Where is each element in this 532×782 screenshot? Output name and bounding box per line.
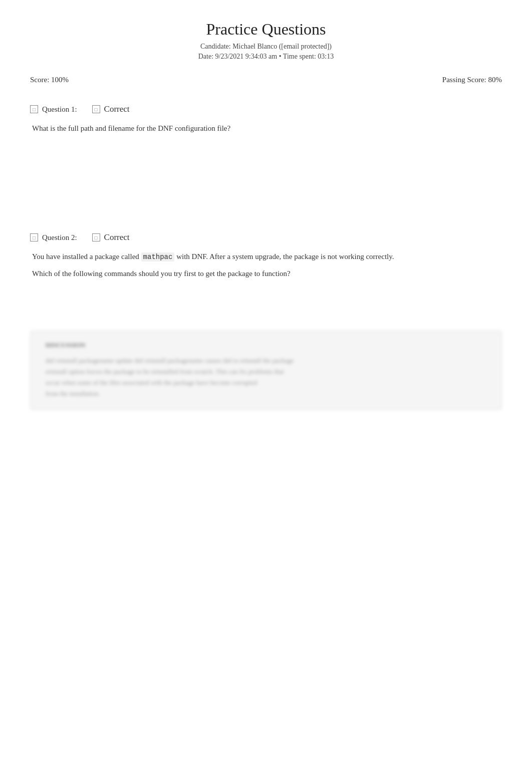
question-2-correct-icon: □ [92,233,100,241]
question-2-status: Correct [104,232,130,242]
question-1-header: □ Question 1: □ Correct [30,104,502,114]
blurred-line4: from the installation. [46,388,486,399]
question-2-header: □ Question 2: □ Correct [30,232,502,242]
page-title: Practice Questions [30,20,502,39]
question-1-correct-icon: □ [92,105,100,113]
candidate-info: Candidate: Michael Blanco ([email protec… [30,43,502,51]
q2-text-part1: You have installed a package called [32,252,139,260]
question-1-status: Correct [104,104,130,114]
question-2-label: Question 2: [42,233,77,242]
question-1-label: Question 1: [42,105,77,114]
score-row: Score: 100% Passing Score: 80% [30,76,502,84]
question-1-text: What is the full path and filename for t… [32,122,502,134]
question-2-icon: □ [30,233,38,241]
blurred-discussion-section: DISCUSSION dnf reinstall packagename upd… [30,331,502,410]
header: Practice Questions Candidate: Michael Bl… [30,20,502,61]
question-2-subtext: Which of the following commands should y… [32,268,502,280]
spacer-1 [30,202,502,232]
q2-code: mathpac [141,252,175,262]
blurred-text: dnf reinstall packagename update dnf rei… [46,355,486,399]
score-label: Score: 100% [30,76,69,84]
passing-score-label: Passing Score: 80% [442,76,502,84]
question-1-icon: □ [30,105,38,113]
page-container: Practice Questions Candidate: Michael Bl… [0,0,532,782]
blurred-title: DISCUSSION [46,341,486,349]
date-info: Date: 9/23/2021 9:34:03 am • Time spent:… [30,53,502,61]
question-1-answer-area: What is the full path and filename for t… [30,122,502,182]
q2-text-part2: with DNF. After a system upgrade, the pa… [176,252,394,260]
question-1-block: □ Question 1: □ Correct What is the full… [30,104,502,182]
blurred-line1: dnf reinstall packagename update dnf rei… [46,355,486,366]
blurred-line2: reinstall option forces the package to b… [46,366,486,377]
question-2-answer-area: You have installed a package called math… [30,250,502,311]
blurred-line3: occur when some of the files associated … [46,377,486,388]
question-2-text: You have installed a package called math… [32,250,502,263]
question-2-block: □ Question 2: □ Correct You have install… [30,232,502,311]
